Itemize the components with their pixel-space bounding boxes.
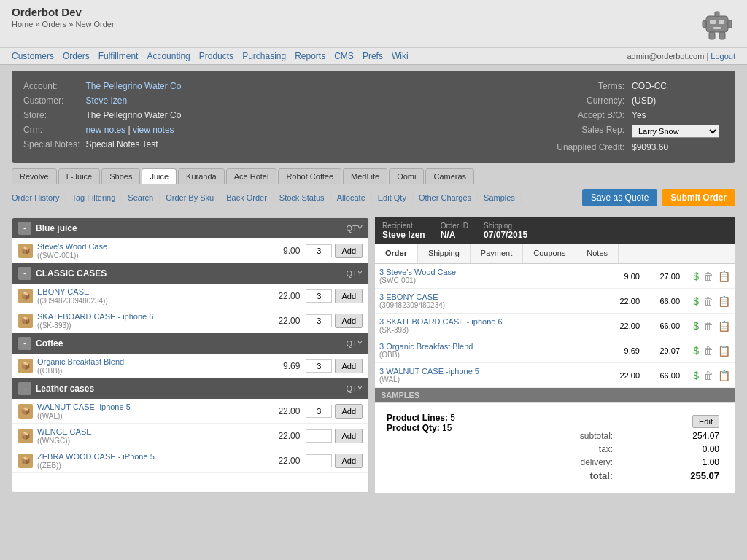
- qty-input-obb[interactable]: [306, 359, 332, 373]
- tab-payment[interactable]: Payment: [471, 244, 523, 263]
- action-tag-filtering[interactable]: Tag Filtering: [66, 191, 122, 204]
- crm-new-notes[interactable]: new notes: [85, 125, 125, 135]
- line-delete-wal[interactable]: 🗑: [703, 369, 714, 382]
- nav-bar: Customers Orders Fulfillment Accounting …: [0, 48, 747, 65]
- action-back-order[interactable]: Back Order: [220, 191, 274, 204]
- top-header: Orderbot Dev Home » Orders » New Order: [0, 0, 747, 48]
- product-name-swc001[interactable]: Steve's Wood Case: [37, 242, 107, 251]
- nav-reports[interactable]: Reports: [295, 51, 325, 61]
- store-tab-shoes[interactable]: Shoes: [101, 168, 140, 184]
- line-delete-swc001[interactable]: 🗑: [703, 270, 714, 283]
- line-copy-sk393[interactable]: 📋: [717, 319, 731, 332]
- line-qty-obb: 9.69: [603, 346, 640, 355]
- store-tab-juice[interactable]: Juice: [142, 168, 177, 184]
- product-name-wal[interactable]: WALNUT CASE -iphone 5: [37, 402, 131, 411]
- store-tab-oomi[interactable]: Oomi: [389, 168, 424, 184]
- breadcrumb-current: New Order: [75, 20, 114, 28]
- qty-input-sk393[interactable]: [306, 314, 332, 327]
- toggle-classic-cases[interactable]: -: [18, 267, 31, 280]
- breadcrumb-orders[interactable]: Orders: [42, 20, 67, 28]
- nav-accounting[interactable]: Accounting: [147, 51, 190, 61]
- action-edit-qty[interactable]: Edit Qty: [372, 191, 413, 204]
- tab-shipping[interactable]: Shipping: [418, 244, 471, 263]
- toggle-coffee[interactable]: -: [18, 337, 31, 350]
- add-btn-swc001[interactable]: Add: [335, 244, 363, 258]
- product-name-obb[interactable]: Organic Breakfast Blend: [37, 357, 124, 366]
- line-dollar-wal[interactable]: $: [692, 369, 700, 382]
- svg-rect-2: [719, 20, 724, 24]
- store-tab-revolve[interactable]: Revolve: [12, 168, 57, 184]
- store-tab-robotcoffee[interactable]: Robot Coffee: [278, 168, 341, 184]
- save-quote-button[interactable]: Save as Quote: [582, 189, 657, 206]
- line-delete-sk393[interactable]: 🗑: [703, 319, 714, 332]
- total-label: total:: [522, 470, 616, 482]
- line-dollar-sk393[interactable]: $: [692, 319, 700, 332]
- line-dollar-swc001[interactable]: $: [692, 270, 700, 283]
- product-icon-sk393: 📦: [18, 314, 33, 328]
- add-btn-wal[interactable]: Add: [335, 404, 363, 419]
- qty-input-zeb[interactable]: [306, 454, 332, 467]
- logout-link[interactable]: Logout: [711, 52, 735, 61]
- nav-prefs[interactable]: Prefs: [363, 51, 383, 61]
- qty-input-wal[interactable]: [306, 405, 332, 418]
- line-copy-obb[interactable]: 📋: [717, 344, 731, 357]
- qty-input-ebony[interactable]: [306, 289, 332, 303]
- recipient-cell: Recipient Steve Izen: [375, 217, 433, 244]
- sales-rep-select[interactable]: Larry Snow: [632, 125, 719, 138]
- nav-customers[interactable]: Customers: [12, 51, 54, 61]
- tab-coupons[interactable]: Coupons: [523, 244, 576, 263]
- nav-orders[interactable]: Orders: [63, 51, 90, 61]
- breadcrumb-home[interactable]: Home: [12, 20, 33, 28]
- store-tab-ljuice[interactable]: L-Juice: [58, 168, 100, 184]
- product-name-zeb[interactable]: ZEBRA WOOD CASE - iPhone 5: [37, 452, 155, 461]
- nav-cms[interactable]: CMS: [334, 51, 354, 61]
- toggle-leather[interactable]: -: [18, 382, 31, 395]
- toggle-blue-juice[interactable]: -: [18, 222, 31, 235]
- product-name-sk393[interactable]: SKATEBOARD CASE - iphone 6: [37, 312, 153, 321]
- recipient-header: Recipient Steve Izen Order ID N/A Shippi…: [375, 217, 735, 244]
- add-btn-wngc[interactable]: Add: [335, 429, 363, 443]
- product-name-ebony[interactable]: EBONY CASE: [37, 287, 89, 296]
- product-sku-sk393: ((SK-393)): [37, 322, 272, 330]
- submit-order-button[interactable]: Submit Order: [662, 189, 735, 206]
- store-tab-cameras[interactable]: Cameras: [425, 168, 474, 184]
- add-btn-obb[interactable]: Add: [335, 359, 363, 373]
- tab-notes[interactable]: Notes: [576, 244, 619, 263]
- store-tab-acehotel[interactable]: Ace Hotel: [226, 168, 277, 184]
- line-price-ebony: 66.00: [640, 297, 680, 306]
- nav-wiki[interactable]: Wiki: [392, 51, 409, 61]
- line-dollar-obb[interactable]: $: [692, 344, 700, 357]
- store-tab-medlife[interactable]: MedLife: [343, 168, 387, 184]
- action-samples[interactable]: Samples: [478, 191, 522, 204]
- line-sku-wal: (WAL): [379, 376, 603, 384]
- qty-input-swc001[interactable]: [306, 244, 332, 257]
- add-btn-ebony[interactable]: Add: [335, 289, 363, 303]
- qty-input-wngc[interactable]: [306, 429, 332, 443]
- product-name-wngc[interactable]: WENGE CASE: [37, 427, 92, 436]
- action-order-history[interactable]: Order History: [12, 191, 66, 204]
- line-copy-swc001[interactable]: 📋: [717, 270, 731, 283]
- action-allocate[interactable]: Allocate: [331, 191, 372, 204]
- action-stock-status[interactable]: Stock Status: [274, 191, 331, 204]
- line-delete-obb[interactable]: 🗑: [703, 344, 714, 357]
- line-dollar-ebony[interactable]: $: [692, 295, 700, 308]
- add-btn-zeb[interactable]: Add: [335, 454, 363, 468]
- crm-view-notes[interactable]: view notes: [133, 125, 174, 135]
- edit-delivery-button[interactable]: Edit: [692, 415, 719, 428]
- product-lines-value: 5: [450, 413, 455, 423]
- tab-order[interactable]: Order: [375, 244, 418, 263]
- line-delete-ebony[interactable]: 🗑: [703, 295, 714, 308]
- nav-fulfillment[interactable]: Fulfillment: [98, 51, 139, 61]
- nav-products[interactable]: Products: [199, 51, 233, 61]
- customer-link[interactable]: Steve Izen: [85, 96, 127, 106]
- line-copy-ebony[interactable]: 📋: [717, 295, 731, 308]
- line-copy-wal[interactable]: 📋: [717, 369, 731, 382]
- svg-rect-6: [703, 20, 706, 28]
- add-btn-sk393[interactable]: Add: [335, 314, 363, 328]
- action-search[interactable]: Search: [122, 191, 160, 204]
- action-other-charges[interactable]: Other Charges: [413, 191, 478, 204]
- action-order-by-sku[interactable]: Order By Sku: [160, 191, 220, 204]
- nav-purchasing[interactable]: Purchasing: [242, 51, 286, 61]
- store-tab-kuranda[interactable]: Kuranda: [178, 168, 225, 184]
- account-link[interactable]: The Pellegrino Water Co: [85, 81, 181, 91]
